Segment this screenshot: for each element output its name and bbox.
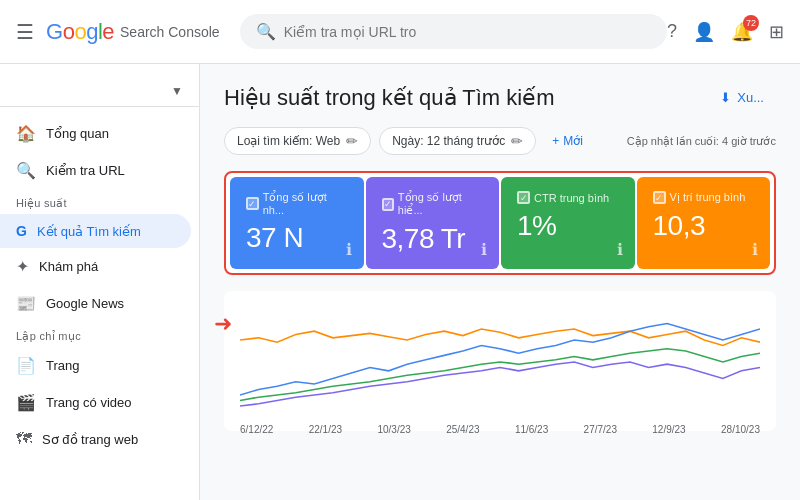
sidebar-item-so-do-trang-web[interactable]: 🗺 Sơ đồ trang web <box>0 421 191 457</box>
chart-date-4: 25/4/23 <box>446 424 479 435</box>
export-button[interactable]: ⬇ Xu... <box>708 84 776 111</box>
sidebar-item-label: Google News <box>46 296 124 311</box>
notification-count: 72 <box>743 15 759 31</box>
sidebar-item-label: Kết quả Tìm kiếm <box>37 224 141 239</box>
page-title: Hiệu suất trong kết quả Tìm kiếm <box>224 85 554 111</box>
filter-date-label: Ngày: 12 tháng trước <box>392 134 505 148</box>
sidebar-item-label: Trang có video <box>46 395 132 410</box>
search-icon: 🔍 <box>256 22 276 41</box>
metric-checkbox-position: ✓ <box>653 191 666 204</box>
chart-date-1: 6/12/22 <box>240 424 273 435</box>
sidebar-item-label: Kiểm tra URL <box>46 163 125 178</box>
info-icon-clicks: ℹ <box>346 240 352 259</box>
chart-date-5: 11/6/23 <box>515 424 548 435</box>
metric-cards: ✓ Tổng số lượt nh... 37 N ℹ ✓ Tổng số lư… <box>230 177 770 269</box>
video-icon: 🎬 <box>16 393 36 412</box>
sidebar-item-ket-qua-tim-kiem[interactable]: G Kết quả Tìm kiếm <box>0 214 191 248</box>
filter-bar: Loại tìm kiếm: Web ✏ Ngày: 12 tháng trướ… <box>224 127 776 155</box>
metric-cards-wrapper: ✓ Tổng số lượt nh... 37 N ℹ ✓ Tổng số lư… <box>224 171 776 275</box>
sidebar-item-trang[interactable]: 📄 Trang <box>0 347 191 384</box>
main-content: Hiệu suất trong kết quả Tìm kiếm ⬇ Xu...… <box>200 64 800 500</box>
metric-checkbox-impressions: ✓ <box>382 198 394 211</box>
filter-date[interactable]: Ngày: 12 tháng trước ✏ <box>379 127 536 155</box>
chart-dates: 6/12/22 22/1/23 10/3/23 25/4/23 11/6/23 … <box>240 424 760 435</box>
metric-value-impressions: 3,78 Tr <box>382 223 484 255</box>
filter-add-button[interactable]: + Mới <box>544 129 591 153</box>
sidebar-item-label: Sơ đồ trang web <box>42 432 138 447</box>
layout: ▼ 🏠 Tổng quan 🔍 Kiểm tra URL Hiệu suất G… <box>0 64 800 500</box>
sidebar-item-label: Khám phá <box>39 259 98 274</box>
metric-value-ctr: 1% <box>517 210 619 242</box>
metric-card-impressions[interactable]: ✓ Tổng số lượt hiể... 3,78 Tr ℹ <box>366 177 500 269</box>
edit-icon: ✏ <box>511 133 523 149</box>
chart-date-7: 12/9/23 <box>652 424 685 435</box>
help-icon[interactable]: ? <box>667 21 677 42</box>
chart-arrow-icon: ➜ <box>214 311 232 337</box>
property-selector[interactable]: ▼ <box>0 76 199 107</box>
chart-area: ➜ 6/12/22 22/1/23 10/3/23 25/4/23 11/6/2… <box>224 291 776 431</box>
last-updated: Cập nhật lần cuối: 4 giờ trước <box>627 135 776 148</box>
google-g-icon: G <box>16 223 27 239</box>
page-icon: 📄 <box>16 356 36 375</box>
search-input[interactable] <box>284 24 651 40</box>
sidebar-item-trang-co-video[interactable]: 🎬 Trang có video <box>0 384 191 421</box>
section-label-lap-chi-muc: Lập chỉ mục <box>0 322 199 347</box>
chart-date-3: 10/3/23 <box>377 424 410 435</box>
metric-checkbox-clicks: ✓ <box>246 197 259 210</box>
sidebar-item-google-news[interactable]: 📰 Google News <box>0 285 191 322</box>
sitemap-icon: 🗺 <box>16 430 32 448</box>
logo: Google Search Console <box>46 19 220 45</box>
info-icon-position: ℹ <box>752 240 758 259</box>
metric-label-clicks: ✓ Tổng số lượt nh... <box>246 191 348 216</box>
apps-icon[interactable]: ⊞ <box>769 21 784 43</box>
metric-label-position: ✓ Vị trí trung bình <box>653 191 755 204</box>
metric-label-ctr: ✓ CTR trung bình <box>517 191 619 204</box>
metric-card-clicks[interactable]: ✓ Tổng số lượt nh... 37 N ℹ <box>230 177 364 269</box>
edit-icon: ✏ <box>346 133 358 149</box>
sidebar-item-tong-quan[interactable]: 🏠 Tổng quan <box>0 115 191 152</box>
filter-search-type[interactable]: Loại tìm kiếm: Web ✏ <box>224 127 371 155</box>
metric-card-ctr[interactable]: ✓ CTR trung bình 1% ℹ <box>501 177 635 269</box>
chart-date-2: 22/1/23 <box>309 424 342 435</box>
metric-value-position: 10,3 <box>653 210 755 242</box>
google-wordmark: Google <box>46 19 114 45</box>
section-label-hieu-suat: Hiệu suất <box>0 189 199 214</box>
metric-card-position[interactable]: ✓ Vị trí trung bình 10,3 ℹ <box>637 177 771 269</box>
account-icon[interactable]: 👤 <box>693 21 715 43</box>
sidebar-item-label: Tổng quan <box>46 126 109 141</box>
chart-date-8: 28/10/23 <box>721 424 760 435</box>
discover-icon: ✦ <box>16 257 29 276</box>
info-icon-impressions: ℹ <box>481 240 487 259</box>
product-name: Search Console <box>120 24 220 40</box>
main-header: Hiệu suất trong kết quả Tìm kiếm ⬇ Xu... <box>224 84 776 111</box>
sidebar-item-kham-pha[interactable]: ✦ Khám phá <box>0 248 191 285</box>
sidebar-item-kiem-tra-url[interactable]: 🔍 Kiểm tra URL <box>0 152 191 189</box>
chart-date-6: 27/7/23 <box>584 424 617 435</box>
metric-value-clicks: 37 N <box>246 222 348 254</box>
info-icon-ctr: ℹ <box>617 240 623 259</box>
metric-label-impressions: ✓ Tổng số lượt hiể... <box>382 191 484 217</box>
metric-checkbox-ctr: ✓ <box>517 191 530 204</box>
sidebar: ▼ 🏠 Tổng quan 🔍 Kiểm tra URL Hiệu suất G… <box>0 64 200 500</box>
topbar: ☰ Google Search Console 🔍 ? 👤 🔔 72 ⊞ <box>0 0 800 64</box>
home-icon: 🏠 <box>16 124 36 143</box>
download-icon: ⬇ <box>720 90 731 105</box>
news-icon: 📰 <box>16 294 36 313</box>
notification-bell[interactable]: 🔔 72 <box>731 21 753 43</box>
menu-icon[interactable]: ☰ <box>16 20 34 44</box>
topbar-actions: ? 👤 🔔 72 ⊞ <box>667 21 784 43</box>
performance-chart <box>240 307 760 417</box>
search-url-icon: 🔍 <box>16 161 36 180</box>
sidebar-item-label: Trang <box>46 358 79 373</box>
filter-type-label: Loại tìm kiếm: Web <box>237 134 340 148</box>
search-bar[interactable]: 🔍 <box>240 14 667 49</box>
plus-icon: + <box>552 134 559 148</box>
property-dropdown-icon: ▼ <box>171 84 183 98</box>
